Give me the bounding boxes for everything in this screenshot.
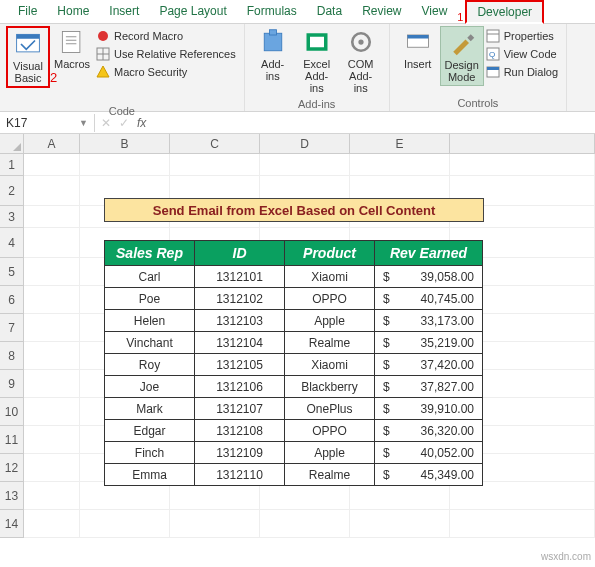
cell[interactable] xyxy=(170,482,260,510)
name-box[interactable]: K17 ▼ xyxy=(0,114,95,132)
cell-product[interactable]: Realme xyxy=(285,332,375,354)
cell-product[interactable]: Apple xyxy=(285,442,375,464)
cell-product[interactable]: OPPO xyxy=(285,420,375,442)
tab-developer[interactable]: Developer xyxy=(465,0,544,24)
row-header-10[interactable]: 10 xyxy=(0,398,24,426)
cell[interactable] xyxy=(350,510,450,538)
cell-id[interactable]: 1312109 xyxy=(195,442,285,464)
header-rev-earned[interactable]: Rev Earned xyxy=(375,241,483,266)
cell-rep[interactable]: Poe xyxy=(105,288,195,310)
cell[interactable] xyxy=(80,510,170,538)
cell[interactable] xyxy=(24,426,80,454)
view-code-button[interactable]: QView Code xyxy=(484,46,560,62)
cell[interactable] xyxy=(170,510,260,538)
fx-icon[interactable]: fx xyxy=(137,116,146,130)
cell-rep[interactable]: Mark xyxy=(105,398,195,420)
row-header-7[interactable]: 7 xyxy=(0,314,24,342)
design-mode-button[interactable]: Design Mode xyxy=(440,26,484,86)
record-macro-button[interactable]: Record Macro xyxy=(94,28,238,44)
cell[interactable] xyxy=(450,482,595,510)
row-header-3[interactable]: 3 xyxy=(0,206,24,228)
cell-product[interactable]: Xiaomi xyxy=(285,354,375,376)
cell[interactable] xyxy=(80,482,170,510)
cell-id[interactable]: 1312102 xyxy=(195,288,285,310)
header-id[interactable]: ID xyxy=(195,241,285,266)
row-header-13[interactable]: 13 xyxy=(0,482,24,510)
cell-id[interactable]: 1312106 xyxy=(195,376,285,398)
cell[interactable] xyxy=(24,286,80,314)
cell[interactable] xyxy=(24,398,80,426)
chevron-down-icon[interactable]: ▼ xyxy=(79,118,88,128)
tab-home[interactable]: Home xyxy=(47,1,99,23)
cell-rev[interactable]: $37,420.00 xyxy=(375,354,483,376)
cell-rev[interactable]: $37,827.00 xyxy=(375,376,483,398)
cell-id[interactable]: 1312108 xyxy=(195,420,285,442)
cell[interactable] xyxy=(80,154,170,176)
header-sales-rep[interactable]: Sales Rep xyxy=(105,241,195,266)
row-header-12[interactable]: 12 xyxy=(0,454,24,482)
cell-rev[interactable]: $35,219.00 xyxy=(375,332,483,354)
cell-rev[interactable]: $39,910.00 xyxy=(375,398,483,420)
cell-rep[interactable]: Finch xyxy=(105,442,195,464)
cell-id[interactable]: 1312101 xyxy=(195,266,285,288)
col-header-B[interactable]: B xyxy=(80,134,170,154)
cell-product[interactable]: Realme xyxy=(285,464,375,486)
cell-product[interactable]: OPPO xyxy=(285,288,375,310)
tab-insert[interactable]: Insert xyxy=(99,1,149,23)
cell[interactable] xyxy=(24,314,80,342)
cell-rep[interactable]: Vinchant xyxy=(105,332,195,354)
col-header-A[interactable]: A xyxy=(24,134,80,154)
cell[interactable] xyxy=(260,154,350,176)
row-header-11[interactable]: 11 xyxy=(0,426,24,454)
row-header-8[interactable]: 8 xyxy=(0,342,24,370)
cell-rev[interactable]: $36,320.00 xyxy=(375,420,483,442)
cell[interactable] xyxy=(24,228,80,258)
cell-rev[interactable]: $40,052.00 xyxy=(375,442,483,464)
tab-file[interactable]: File xyxy=(8,1,47,23)
cell[interactable] xyxy=(24,258,80,286)
cell-id[interactable]: 1312105 xyxy=(195,354,285,376)
cell-product[interactable]: Apple xyxy=(285,310,375,332)
insert-control-button[interactable]: Insert xyxy=(396,26,440,72)
cell-rep[interactable]: Edgar xyxy=(105,420,195,442)
cell[interactable] xyxy=(170,154,260,176)
cell-rev[interactable]: $39,058.00 xyxy=(375,266,483,288)
cell[interactable] xyxy=(450,510,595,538)
row-header-14[interactable]: 14 xyxy=(0,510,24,538)
cell-rev[interactable]: $45,349.00 xyxy=(375,464,483,486)
cell-product[interactable]: Xiaomi xyxy=(285,266,375,288)
cell-id[interactable]: 1312107 xyxy=(195,398,285,420)
macro-security-button[interactable]: Macro Security xyxy=(94,64,238,80)
tab-formulas[interactable]: Formulas xyxy=(237,1,307,23)
cancel-formula-icon[interactable]: ✕ xyxy=(101,116,111,130)
tab-data[interactable]: Data xyxy=(307,1,352,23)
cell-product[interactable]: OnePlus xyxy=(285,398,375,420)
relative-refs-button[interactable]: Use Relative References xyxy=(94,46,238,62)
com-addins-button[interactable]: COM Add-ins xyxy=(339,26,383,96)
cell[interactable] xyxy=(24,206,80,228)
cell-rep[interactable]: Emma xyxy=(105,464,195,486)
cell[interactable] xyxy=(260,510,350,538)
cell[interactable] xyxy=(450,154,595,176)
row-header-5[interactable]: 5 xyxy=(0,258,24,286)
enter-formula-icon[interactable]: ✓ xyxy=(119,116,129,130)
row-header-1[interactable]: 1 xyxy=(0,154,24,176)
cell[interactable] xyxy=(350,482,450,510)
cell[interactable] xyxy=(24,370,80,398)
cell[interactable] xyxy=(260,482,350,510)
run-dialog-button[interactable]: Run Dialog xyxy=(484,64,560,80)
addins-button[interactable]: Add-ins xyxy=(251,26,295,84)
cell-rep[interactable]: Joe xyxy=(105,376,195,398)
cell-rep[interactable]: Roy xyxy=(105,354,195,376)
cell-rev[interactable]: $40,745.00 xyxy=(375,288,483,310)
select-all-corner[interactable] xyxy=(0,134,24,154)
row-header-4[interactable]: 4 xyxy=(0,228,24,258)
cell-rep[interactable]: Helen xyxy=(105,310,195,332)
row-header-6[interactable]: 6 xyxy=(0,286,24,314)
cell-rep[interactable]: Carl xyxy=(105,266,195,288)
cell[interactable] xyxy=(24,154,80,176)
sheet-title-cell[interactable]: Send Email from Excel Based on Cell Cont… xyxy=(104,198,484,222)
col-header-D[interactable]: D xyxy=(260,134,350,154)
header-product[interactable]: Product xyxy=(285,241,375,266)
cell-id[interactable]: 1312110 xyxy=(195,464,285,486)
